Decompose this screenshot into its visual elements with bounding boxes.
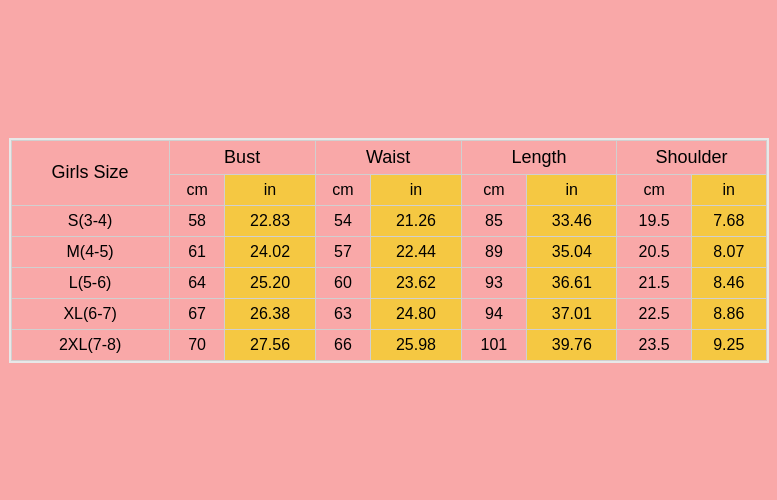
m-shoulder-in: 8.07 [691,236,766,267]
2xl-waist-in: 25.98 [371,329,461,360]
2xl-waist-cm: 66 [315,329,371,360]
s-bust-cm: 58 [169,205,225,236]
xl-shoulder-cm: 22.5 [617,298,692,329]
size-chart-wrapper: Girls Size Bust Waist Length Shoulder cm… [9,138,769,363]
length-header: Length [461,140,617,174]
size-chart-table: Girls Size Bust Waist Length Shoulder cm… [11,140,767,361]
size-s: S(3-4) [11,205,169,236]
2xl-length-in: 39.76 [527,329,617,360]
s-waist-cm: 54 [315,205,371,236]
xl-length-cm: 94 [461,298,527,329]
m-bust-cm: 61 [169,236,225,267]
bust-header: Bust [169,140,315,174]
s-shoulder-cm: 19.5 [617,205,692,236]
shoulder-cm-header: cm [617,174,692,205]
bust-in-header: in [225,174,315,205]
2xl-bust-cm: 70 [169,329,225,360]
s-waist-in: 21.26 [371,205,461,236]
l-bust-in: 25.20 [225,267,315,298]
waist-cm-header: cm [315,174,371,205]
2xl-length-cm: 101 [461,329,527,360]
m-waist-cm: 57 [315,236,371,267]
s-bust-in: 22.83 [225,205,315,236]
xl-bust-cm: 67 [169,298,225,329]
size-2xl: 2XL(7-8) [11,329,169,360]
s-shoulder-in: 7.68 [691,205,766,236]
l-waist-in: 23.62 [371,267,461,298]
size-l: L(5-6) [11,267,169,298]
length-cm-header: cm [461,174,527,205]
table-row: 2XL(7-8) 70 27.56 66 25.98 101 39.76 23.… [11,329,766,360]
m-bust-in: 24.02 [225,236,315,267]
l-bust-cm: 64 [169,267,225,298]
m-waist-in: 22.44 [371,236,461,267]
bust-cm-header: cm [169,174,225,205]
m-length-cm: 89 [461,236,527,267]
size-xl: XL(6-7) [11,298,169,329]
xl-waist-cm: 63 [315,298,371,329]
xl-shoulder-in: 8.86 [691,298,766,329]
m-length-in: 35.04 [527,236,617,267]
shoulder-in-header: in [691,174,766,205]
table-row: M(4-5) 61 24.02 57 22.44 89 35.04 20.5 8… [11,236,766,267]
xl-length-in: 37.01 [527,298,617,329]
waist-in-header: in [371,174,461,205]
2xl-shoulder-cm: 23.5 [617,329,692,360]
size-m: M(4-5) [11,236,169,267]
xl-waist-in: 24.80 [371,298,461,329]
xl-bust-in: 26.38 [225,298,315,329]
table-row: L(5-6) 64 25.20 60 23.62 93 36.61 21.5 8… [11,267,766,298]
shoulder-header: Shoulder [617,140,766,174]
table-row: S(3-4) 58 22.83 54 21.26 85 33.46 19.5 7… [11,205,766,236]
l-length-cm: 93 [461,267,527,298]
s-length-in: 33.46 [527,205,617,236]
girls-size-header: Girls Size [11,140,169,205]
table-row: XL(6-7) 67 26.38 63 24.80 94 37.01 22.5 … [11,298,766,329]
length-in-header: in [527,174,617,205]
l-shoulder-cm: 21.5 [617,267,692,298]
m-shoulder-cm: 20.5 [617,236,692,267]
l-length-in: 36.61 [527,267,617,298]
s-length-cm: 85 [461,205,527,236]
waist-header: Waist [315,140,461,174]
2xl-shoulder-in: 9.25 [691,329,766,360]
l-waist-cm: 60 [315,267,371,298]
l-shoulder-in: 8.46 [691,267,766,298]
2xl-bust-in: 27.56 [225,329,315,360]
